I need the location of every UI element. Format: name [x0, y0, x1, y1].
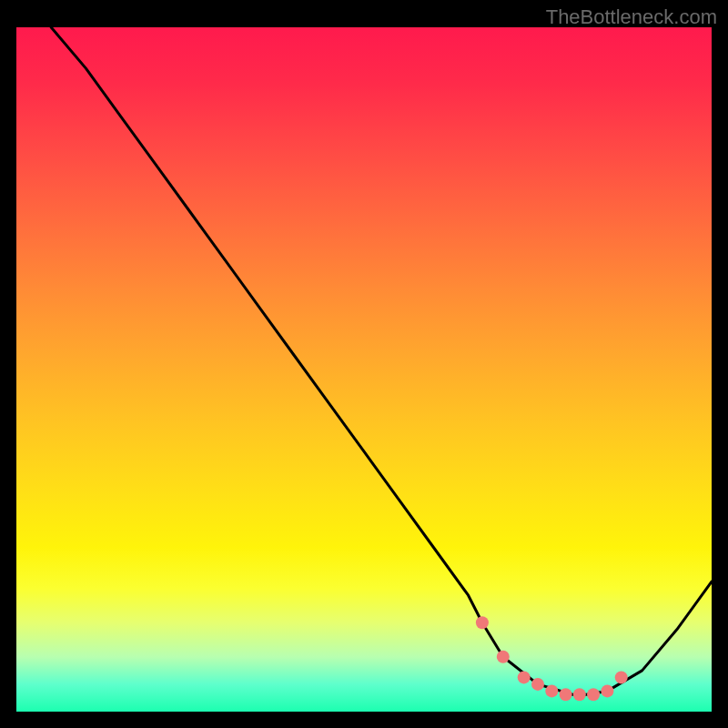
marker-dot	[587, 688, 600, 701]
marker-dot	[573, 688, 586, 701]
marker-dot	[560, 688, 572, 701]
chart-gradient-area	[16, 27, 712, 712]
marker-dot	[615, 671, 628, 683]
bottleneck-curve-line	[51, 27, 712, 694]
chart-svg	[16, 27, 712, 712]
marker-dot	[476, 616, 489, 629]
marker-dot	[545, 684, 558, 697]
marker-dot	[518, 671, 531, 683]
watermark-text: TheBottleneck.com	[546, 5, 717, 29]
marker-dot	[601, 684, 613, 697]
marker-dot	[497, 651, 510, 663]
marker-dots-group	[476, 616, 628, 701]
marker-dot	[531, 678, 544, 691]
